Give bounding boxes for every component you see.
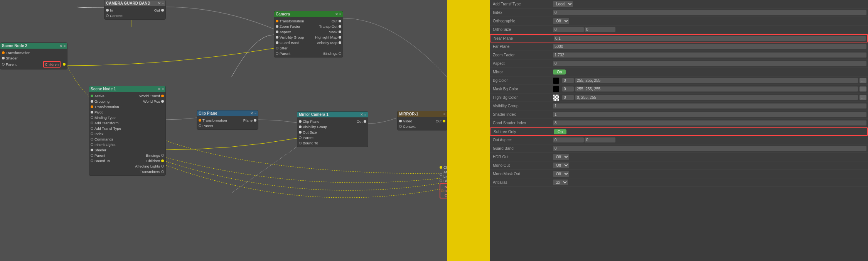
add-transf-type-select[interactable]: Local xyxy=(553,1,573,7)
highl-bg-color-dots-btn[interactable]: ... xyxy=(860,95,866,100)
mask-bg-color-text[interactable] xyxy=(575,86,858,92)
node-clip-plane[interactable]: Clip Plane ✕ ≡ Transformation Plane Pare… xyxy=(197,110,258,130)
bottom-label-affecting: Affecting Lights xyxy=(440,170,447,178)
node-mirror-out-row-context: Context xyxy=(398,124,447,129)
node-camera-icon-x[interactable]: ✕ xyxy=(335,12,338,16)
prop-row-orthographic: Orthographic Off xyxy=(490,17,868,25)
port-dot xyxy=(364,120,366,123)
node-camera[interactable]: Camera ✕ ≡ Transformation Out Zoom Facto… xyxy=(274,11,343,58)
node-mirror1-body: Clip Plane Out Visibility Group Out Size… xyxy=(297,117,368,147)
out-aspect-y[interactable] xyxy=(585,137,615,142)
near-plane-input[interactable] xyxy=(554,36,866,41)
bottom-label-children: Children xyxy=(440,165,447,169)
node-scene1-row-active: Active World Transf xyxy=(89,93,165,98)
orthographic-select[interactable]: Off xyxy=(553,18,569,24)
port-dot xyxy=(441,190,443,192)
port-dot xyxy=(339,52,341,55)
bg-color-input[interactable] xyxy=(562,78,574,83)
node-scene2-row-shader: Shader xyxy=(0,55,67,61)
node-scene2-icon-menu[interactable]: ≡ xyxy=(64,44,66,48)
node-camera-icon-menu[interactable]: ≡ xyxy=(339,12,341,16)
mask-bg-color-swatch xyxy=(553,86,559,92)
port-dot xyxy=(299,120,302,123)
visibility-group-input[interactable] xyxy=(553,103,866,108)
node-mirror-out-row-video: Video Out xyxy=(398,118,447,124)
mask-bg-color-input[interactable] xyxy=(562,86,574,92)
node-cgb-port-context: Context xyxy=(106,14,123,18)
antialias-select[interactable]: 2x xyxy=(553,180,568,185)
prop-row-antialias: Antialias 2x xyxy=(490,178,868,187)
zoom-factor-input[interactable] xyxy=(553,53,866,58)
prop-row-shader-index: Shader Index xyxy=(490,110,868,119)
subtree-only-btn[interactable]: On xyxy=(554,129,566,134)
mirror-btn[interactable]: On xyxy=(553,69,566,75)
port-dot xyxy=(199,119,201,122)
node-mirror1-row-bound: Bound To xyxy=(297,140,368,146)
mask-bg-color-dots-btn[interactable]: ... xyxy=(860,86,866,92)
shader-index-input[interactable] xyxy=(553,112,866,117)
prop-row-visibility-group: Visibility Group xyxy=(490,102,868,110)
node-scene1-title: Scene Node 1 xyxy=(91,87,116,91)
node-clip-icon-menu[interactable]: ≡ xyxy=(255,112,256,115)
ortho-size-y[interactable] xyxy=(585,27,615,32)
port-dot xyxy=(339,31,341,33)
node-scene2-header: Scene Node 2 ✕ ≡ xyxy=(0,43,67,49)
node-scene2-icons: ✕ ≡ xyxy=(59,44,66,48)
prop-row-aspect: Aspect xyxy=(490,59,868,68)
port-dot xyxy=(161,95,164,97)
port-dot xyxy=(91,149,93,151)
highl-bg-color-text[interactable] xyxy=(575,95,858,100)
port-dot xyxy=(440,180,442,182)
node-scene-1[interactable]: Scene Node 1 ✕ ≡ Active World Transf Gro… xyxy=(89,86,166,176)
node-scene1-icon-x[interactable]: ✕ xyxy=(158,87,161,91)
highl-bg-color-input[interactable] xyxy=(562,95,574,100)
ortho-size-x[interactable] xyxy=(553,27,584,32)
node-mirror1-row-clip: Clip Plane Out xyxy=(297,119,368,124)
far-plane-input[interactable] xyxy=(553,44,866,49)
node-mirror1-title: Mirror Camera 1 xyxy=(299,112,329,117)
node-camera-row-zoom: Zoom Factor Transp Out xyxy=(274,24,343,29)
node-cgb-header: CAMERA GUARD BAND ✕ ≡ xyxy=(104,0,165,6)
aspect-input[interactable] xyxy=(553,61,866,66)
bg-color-text[interactable] xyxy=(575,78,858,83)
properties-panel: Add Transf Type Local Index Orthographic… xyxy=(490,0,868,261)
node-mirror-out-icon-menu[interactable]: ≡ xyxy=(443,112,445,116)
node-camera-guard-band[interactable]: CAMERA GUARD BAND ✕ ≡ In Out Co xyxy=(104,0,166,20)
node-scene2-icon-x[interactable]: ✕ xyxy=(59,44,62,48)
node-mirror-1-output[interactable]: MIRROR-1 ≡ Video Out Context xyxy=(397,111,447,130)
node-mirror1-row-outsize: Out Size xyxy=(297,129,368,135)
node-mirror-camera-1[interactable]: Mirror Camera 1 ✕ ≡ Clip Plane Out Visib… xyxy=(297,111,368,147)
node-mirror1-icon-x[interactable]: ✕ xyxy=(360,113,363,117)
port-dot xyxy=(161,154,164,157)
node-mirror1-icon-menu[interactable]: ≡ xyxy=(364,113,366,117)
index-input[interactable] xyxy=(553,10,866,15)
node-cgb-icon-x[interactable]: ✕ xyxy=(158,2,161,5)
hdr-out-select[interactable]: Off xyxy=(553,154,569,160)
node-scene-2[interactable]: Scene Node 2 ✕ ≡ Transformation Shader P… xyxy=(0,42,67,69)
node-clip-row-parent: Parent xyxy=(197,123,258,128)
node-scene1-row-pivot: Pivot xyxy=(89,109,165,115)
port-dot-children xyxy=(63,63,66,66)
guard-band-input[interactable] xyxy=(553,146,866,151)
node-cgb-title: CAMERA GUARD BAND xyxy=(106,1,150,5)
port-dot xyxy=(161,100,164,103)
node-camera-body: Transformation Out Zoom Factor Transp Ou… xyxy=(274,17,343,57)
node-scene1-icon-menu[interactable]: ≡ xyxy=(162,87,164,91)
bg-color-dots-btn[interactable]: ... xyxy=(860,78,866,83)
mono-mask-out-select[interactable]: Off xyxy=(553,171,569,177)
mono-out-select[interactable]: Off xyxy=(553,163,569,168)
port-dot xyxy=(2,63,5,66)
node-scene1-row-commands: Commands xyxy=(89,136,165,142)
cond-shader-index-input[interactable] xyxy=(553,120,866,125)
port-dot xyxy=(339,41,341,44)
node-clip-icon-x[interactable]: ✕ xyxy=(250,112,253,115)
prop-row-near-plane: Near Plane xyxy=(490,34,868,42)
node-cgb-icon-menu[interactable]: ≡ xyxy=(162,2,164,5)
node-mirror1-header: Mirror Camera 1 ✕ ≡ xyxy=(297,112,368,117)
node-scene1-body: Active World Transf Grouping World Pos T… xyxy=(89,92,165,175)
port-dot xyxy=(443,120,445,122)
bottom-label-no-reflection: No Reflection Children xyxy=(440,183,447,198)
port-dot-out xyxy=(161,9,164,12)
node-scene2-title: Scene Node 2 xyxy=(2,44,27,48)
out-aspect-x[interactable] xyxy=(553,137,584,142)
